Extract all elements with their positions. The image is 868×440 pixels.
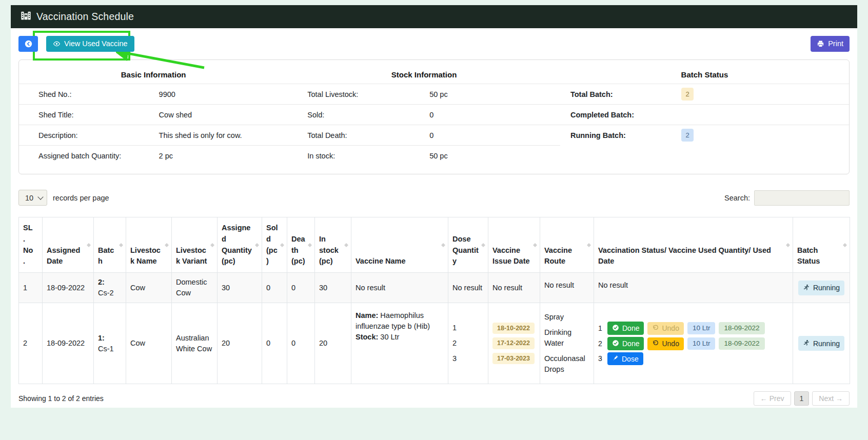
print-button[interactable]: Print bbox=[811, 36, 850, 52]
table-footer: Showing 1 to 2 of 2 entries ← Prev 1 Nex… bbox=[18, 391, 850, 406]
cell-sl: 1 bbox=[19, 273, 43, 303]
issue-date-badge: 17-03-2023 bbox=[492, 353, 535, 365]
route-item: Occulonasal Drops bbox=[544, 353, 589, 375]
col-vaccination-status[interactable]: Vaccination Status/ Vaccine Used Quantit… bbox=[594, 217, 793, 273]
cell-assigned-date: 18-09-2022 bbox=[43, 273, 94, 303]
used-quantity-badge: 10 Ltr bbox=[687, 337, 716, 350]
info-value: 0 bbox=[429, 111, 433, 119]
info-row: Sold: 0 bbox=[288, 104, 560, 125]
cell-issue-date: 18-10-2022 17-12-2022 17-03-2023 bbox=[488, 303, 540, 384]
table-row: 2 18-09-2022 1:Cs-1 Cow Australian White… bbox=[19, 303, 850, 384]
col-assigned-date[interactable]: Assigned Date bbox=[43, 217, 94, 273]
runner-icon bbox=[803, 339, 810, 348]
syringe-icon bbox=[612, 355, 619, 363]
info-row: Description: This shed is only for cow. bbox=[19, 125, 288, 145]
cell-sl: 2 bbox=[19, 303, 43, 384]
prev-page-button[interactable]: ← Prev bbox=[754, 391, 791, 406]
cell-dose-quantity: 1 2 3 bbox=[448, 303, 488, 384]
page-1-button[interactable]: 1 bbox=[794, 391, 810, 406]
col-sold[interactable]: Sold (pc) bbox=[262, 217, 287, 273]
info-row: Total Livestock: 50 pc bbox=[288, 84, 560, 104]
info-row: In stock: 50 pc bbox=[288, 145, 560, 166]
basic-information-heading: Basic Information bbox=[19, 70, 288, 79]
cell-sold: 0 bbox=[262, 273, 287, 303]
col-vaccine-name[interactable]: Vaccine Name bbox=[351, 217, 448, 273]
info-label: Completed Batch: bbox=[560, 111, 681, 119]
sort-arrows-icon bbox=[533, 241, 538, 249]
info-row: Shed No.: 9900 bbox=[19, 84, 288, 104]
info-label: Total Death: bbox=[288, 131, 429, 139]
content-area: View Used Vaccine Print bbox=[11, 28, 857, 408]
info-row: Running Batch: 2 bbox=[560, 125, 849, 145]
col-assigned-quantity[interactable]: Assigned Quantity (pc) bbox=[218, 217, 262, 273]
pagination: ← Prev 1 Next → bbox=[754, 391, 850, 406]
info-label: Assigned batch Quantity: bbox=[19, 152, 159, 160]
cell-vaccine-name: No result bbox=[351, 273, 448, 303]
col-batch[interactable]: Batch bbox=[94, 217, 126, 273]
table-row: 1 18-09-2022 2:Cs-2 Cow Domestic Cow 30 … bbox=[19, 273, 850, 303]
cell-assigned-qty: 30 bbox=[218, 273, 262, 303]
info-value: 9900 bbox=[159, 90, 175, 98]
info-value: 50 pc bbox=[429, 90, 447, 98]
batch-status-section: Batch Status Total Batch: 2 Completed Ba… bbox=[560, 65, 849, 166]
col-vaccine-issue-date[interactable]: Vaccine Issue Date bbox=[488, 217, 540, 273]
sort-arrows-icon bbox=[308, 241, 312, 249]
running-status-badge: Running bbox=[798, 336, 844, 351]
info-label: In stock: bbox=[288, 152, 429, 160]
running-status-badge: Running bbox=[798, 281, 844, 295]
table-controls: 10 records per page Search: bbox=[18, 190, 850, 206]
next-page-button[interactable]: Next → bbox=[812, 391, 850, 406]
vaccination-table: SL. No. Assigned Date Batch Livestock Na… bbox=[18, 217, 850, 384]
info-value: Cow shed bbox=[159, 111, 192, 119]
cell-in-stock: 20 bbox=[315, 303, 351, 384]
status-line-number: 2 bbox=[598, 338, 604, 349]
col-dose-quantity[interactable]: Dose Quantity bbox=[448, 217, 488, 273]
status-line-number: 3 bbox=[598, 353, 604, 364]
issue-date-badge: 18-10-2022 bbox=[492, 323, 535, 334]
view-used-vaccine-button[interactable]: View Used Vaccine bbox=[46, 36, 134, 52]
app-header: Vaccination Schedule bbox=[11, 5, 857, 28]
cell-livestock-name: Cow bbox=[126, 273, 172, 303]
runner-icon bbox=[803, 284, 810, 292]
cell-route: No result bbox=[540, 273, 594, 303]
sort-arrows-icon bbox=[344, 241, 349, 249]
cell-death: 0 bbox=[287, 303, 315, 384]
undo-button[interactable]: Undo bbox=[647, 337, 683, 350]
cell-status: No result bbox=[594, 273, 793, 303]
search-input[interactable] bbox=[754, 190, 850, 206]
info-label: Total Livestock: bbox=[288, 90, 429, 98]
print-label: Print bbox=[828, 40, 843, 48]
col-batch-status[interactable]: Batch Status bbox=[793, 217, 850, 273]
done-button[interactable]: Done bbox=[607, 322, 644, 335]
cell-livestock-name: Cow bbox=[126, 303, 172, 384]
col-vaccine-route[interactable]: Vaccine Route bbox=[540, 217, 594, 273]
route-item: Spray bbox=[544, 312, 589, 323]
route-item: Drinking Water bbox=[544, 327, 589, 349]
hospital-icon bbox=[21, 10, 31, 23]
info-card: Basic Information Shed No.: 9900 Shed Ti… bbox=[18, 59, 850, 174]
back-button[interactable] bbox=[18, 36, 38, 52]
sort-arrows-icon bbox=[210, 241, 215, 249]
running-batch-badge: 2 bbox=[681, 129, 693, 142]
done-button[interactable]: Done bbox=[607, 337, 644, 350]
col-in-stock[interactable]: In stock (pc) bbox=[315, 217, 351, 273]
col-livestock-variant[interactable]: Livestock Variant bbox=[172, 217, 218, 273]
page-container: Vaccination Schedule bbox=[11, 5, 857, 408]
col-death[interactable]: Death (pc) bbox=[287, 217, 315, 273]
page-size-select[interactable]: 10 bbox=[18, 190, 47, 206]
used-quantity-badge: 10 Ltr bbox=[687, 322, 716, 334]
sort-arrows-icon bbox=[843, 241, 847, 249]
sort-arrows-icon bbox=[587, 241, 591, 249]
info-row: Completed Batch: bbox=[560, 104, 849, 125]
toolbar: View Used Vaccine Print bbox=[18, 36, 850, 52]
col-livestock-name[interactable]: Livestock Name bbox=[126, 217, 172, 273]
eye-icon bbox=[53, 40, 61, 48]
sort-arrows-icon bbox=[441, 241, 446, 249]
info-label: Running Batch: bbox=[560, 131, 681, 139]
undo-button[interactable]: Undo bbox=[647, 322, 683, 335]
sort-arrows-icon bbox=[481, 241, 486, 249]
cell-death: 0 bbox=[287, 273, 315, 303]
dose-button[interactable]: Dose bbox=[607, 352, 643, 365]
status-line-number: 1 bbox=[598, 323, 604, 333]
info-row: Total Batch: 2 bbox=[560, 84, 849, 104]
